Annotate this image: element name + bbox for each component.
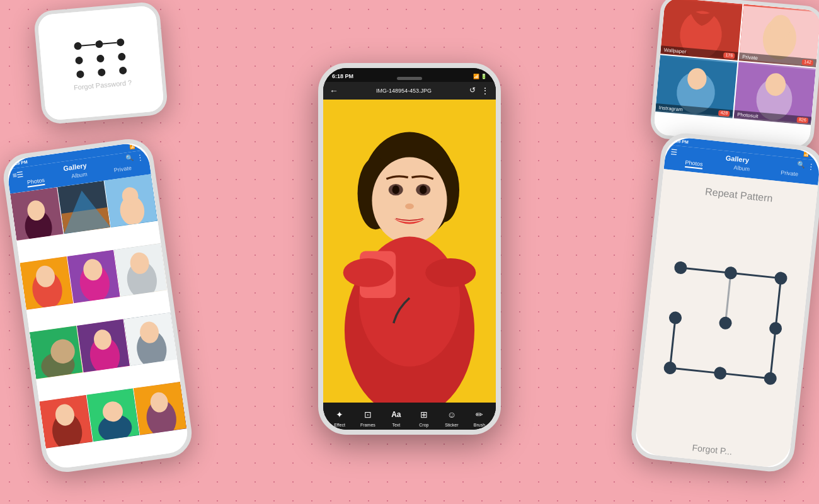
more-icon[interactable]: ⋮: [481, 86, 490, 96]
svg-point-77: [713, 366, 727, 380]
svg-point-76: [663, 361, 677, 375]
more-icon[interactable]: ⋮: [135, 153, 144, 163]
svg-line-68: [670, 318, 675, 368]
text-icon: Aa: [389, 408, 403, 421]
svg-point-42: [392, 185, 399, 194]
svg-point-75: [769, 321, 782, 335]
status-icons: 📶 🔋: [803, 152, 816, 158]
status-time: 6:18 PM: [332, 73, 353, 79]
album-cell-wallpaper[interactable]: Wallpaper 176: [660, 0, 742, 60]
photo-cell[interactable]: [67, 250, 120, 303]
editor-topbar: ← IMG-148954-453.JPG ↺ ⋮: [323, 82, 496, 100]
svg-point-78: [764, 371, 777, 385]
sticker-tool[interactable]: ☺ Sticker: [445, 408, 459, 427]
back-icon[interactable]: ←: [329, 86, 338, 96]
editor-filename: IMG-148954-453.JPG: [376, 88, 432, 94]
topleft-phone: Forgot Password ?: [33, 1, 169, 125]
photo-cell[interactable]: [30, 326, 83, 379]
svg-point-70: [673, 260, 687, 274]
svg-point-44: [405, 203, 414, 209]
sticker-icon: ☺: [445, 408, 459, 421]
photo-cell[interactable]: [134, 382, 186, 435]
svg-line-63: [731, 273, 781, 278]
tab-private[interactable]: Private: [780, 169, 798, 180]
svg-point-71: [724, 266, 738, 280]
pattern-dot: [75, 56, 83, 64]
pattern-dot: [117, 38, 125, 47]
topright-phone-albums: Wallpaper 176 Private 142 Instragram 428: [649, 0, 819, 152]
album-cell-instagram[interactable]: Instragram 428: [655, 55, 737, 118]
tab-photos[interactable]: Photos: [26, 177, 45, 188]
svg-point-39: [372, 158, 447, 244]
forgot-password-label: Forgot Password ?: [74, 79, 132, 91]
photo-cell[interactable]: [57, 181, 110, 234]
svg-line-64: [776, 278, 781, 328]
photo-cell[interactable]: [10, 187, 63, 240]
editor-toolbar: ✦ Effect ⊡ Frames Aa Text ⊞ Crop ☺ Stick…: [323, 403, 496, 430]
phone-speaker: [397, 77, 422, 80]
pattern-lock-area[interactable]: [644, 200, 806, 445]
menu-icon[interactable]: ☰: [12, 169, 25, 180]
status-icons: 📶 🔋: [129, 144, 142, 151]
refresh-icon[interactable]: ↺: [469, 86, 476, 96]
left-phone-gallery: 6:18 PM 📶 🔋 ☰ Gallery 🔍 ⋮ Photos Album P…: [1, 136, 195, 475]
right-phone-pattern: 6:18 PM 📶 🔋 ☰ Gallery 🔍 ⋮ Photos Album P…: [629, 131, 819, 474]
status-time: 6:18 PM: [11, 159, 28, 167]
brush-tool[interactable]: ✏ Brush: [472, 408, 486, 427]
search-icon[interactable]: 🔍: [797, 161, 805, 170]
svg-point-72: [774, 271, 788, 285]
photo-cell[interactable]: [39, 395, 92, 448]
crop-tool[interactable]: ⊞ Crop: [417, 408, 431, 427]
svg-point-74: [719, 316, 733, 329]
album-grid: Wallpaper 176 Private 142 Instragram 428: [655, 0, 819, 125]
svg-line-67: [670, 368, 721, 373]
photo-cell[interactable]: [124, 312, 177, 365]
svg-line-65: [770, 328, 776, 379]
status-time: 6:18 PM: [672, 138, 689, 145]
svg-point-43: [420, 185, 427, 194]
editor-image-area: [323, 100, 496, 403]
more-icon[interactable]: ⋮: [807, 162, 815, 171]
frames-tool[interactable]: ⊡ Frames: [360, 408, 375, 427]
photo-cell[interactable]: [20, 256, 72, 309]
tab-album[interactable]: Album: [71, 171, 88, 181]
pattern-dot: [119, 66, 127, 74]
crop-icon: ⊞: [417, 408, 431, 421]
pattern-dot: [96, 55, 105, 63]
photo-cell[interactable]: [114, 243, 167, 296]
tab-private[interactable]: Private: [113, 164, 132, 175]
svg-line-69: [726, 273, 731, 323]
effect-tool[interactable]: ✦ Effect: [333, 408, 346, 427]
svg-point-73: [668, 311, 682, 324]
frames-icon: ⊡: [361, 408, 375, 421]
pattern-dot: [76, 70, 84, 78]
svg-point-49: [343, 258, 394, 287]
album-cell-private[interactable]: Private 142: [739, 4, 819, 67]
center-phone-editor: 6:18 PM 📶 🔋 ← IMG-148954-453.JPG ↺ ⋮: [318, 63, 501, 435]
brush-icon: ✏: [472, 408, 486, 421]
tab-album[interactable]: Album: [733, 164, 750, 175]
search-icon[interactable]: 🔍: [125, 154, 134, 164]
svg-line-62: [680, 267, 731, 272]
status-icons: 📶 🔋: [473, 74, 487, 79]
album-cell-photosuit[interactable]: Photosuit 826: [734, 62, 816, 125]
pattern-dot: [118, 53, 126, 61]
effect-icon: ✦: [333, 408, 346, 421]
pattern-display: [67, 35, 134, 77]
photo-cell[interactable]: [77, 319, 130, 372]
photo-cell[interactable]: [86, 388, 139, 441]
photo-cell[interactable]: [105, 174, 158, 227]
pattern-grid: [656, 253, 795, 392]
svg-line-66: [720, 373, 770, 378]
pattern-dot: [98, 68, 106, 76]
tab-photos[interactable]: Photos: [685, 159, 703, 169]
svg-point-50: [425, 258, 476, 287]
photo-grid: [10, 174, 190, 470]
text-tool[interactable]: Aa Text: [389, 408, 403, 427]
forgot-label: Forgot P...: [685, 435, 740, 464]
